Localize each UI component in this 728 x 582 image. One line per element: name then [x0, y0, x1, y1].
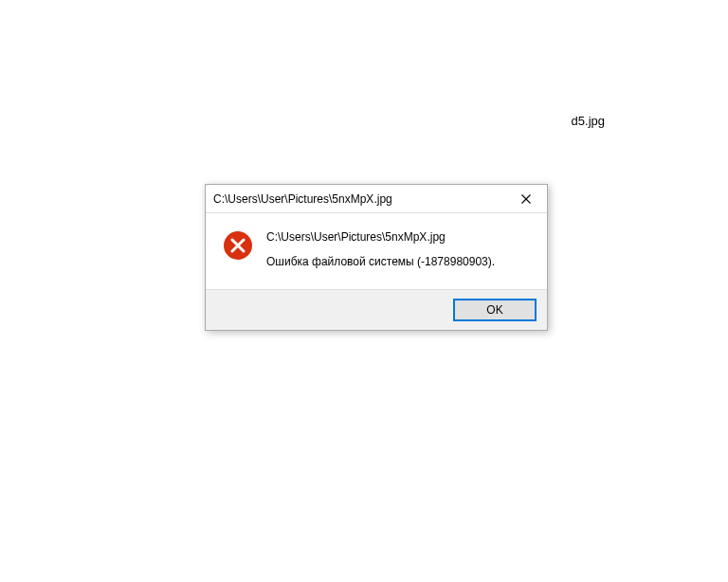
dialog-body: C:\Users\User\Pictures\5nxMpX.jpg Ошибка… [206, 213, 547, 289]
dialog-message-body: Ошибка файловой системы (-1878980903). [266, 255, 532, 268]
dialog-titlebar[interactable]: C:\Users\User\Pictures\5nxMpX.jpg [206, 185, 547, 213]
dialog-title: C:\Users\User\Pictures\5nxMpX.jpg [213, 192, 392, 206]
error-dialog: C:\Users\User\Pictures\5nxMpX.jpg C:\Use… [205, 184, 548, 331]
ok-button[interactable]: OK [454, 300, 536, 320]
dialog-button-bar: OK [206, 289, 547, 330]
background-file-label: d5.jpg [572, 114, 605, 128]
close-button[interactable] [504, 185, 547, 212]
dialog-message-column: C:\Users\User\Pictures\5nxMpX.jpg Ошибка… [266, 230, 532, 268]
dialog-message-heading: C:\Users\User\Pictures\5nxMpX.jpg [266, 230, 532, 244]
error-icon [223, 230, 253, 261]
close-icon [521, 194, 531, 204]
